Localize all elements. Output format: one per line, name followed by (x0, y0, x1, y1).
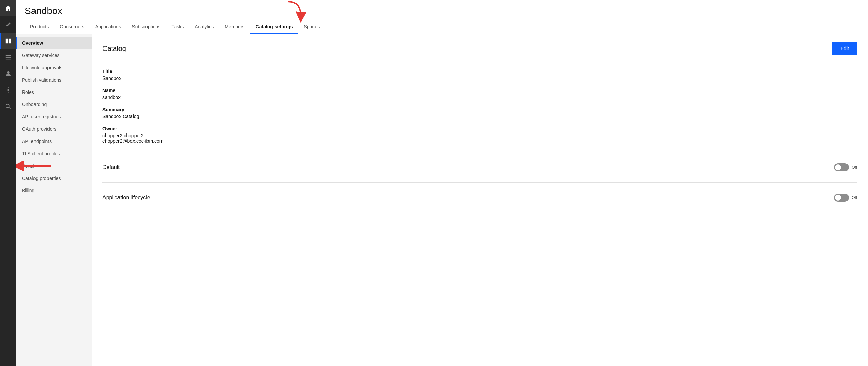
sidebar-icon-list[interactable] (0, 49, 16, 66)
tab-catalog-settings[interactable]: Catalog settings (250, 20, 298, 34)
left-nav-gateway-services[interactable]: Gateway services (16, 49, 92, 61)
field-name: Name sandbox (102, 88, 857, 100)
sidebar-icon-search[interactable] (0, 98, 16, 115)
toggle-app-lifecycle-right: Off (834, 194, 857, 202)
sidebar-icon-home[interactable] (0, 0, 16, 16)
tab-applications[interactable]: Applications (90, 20, 127, 34)
toggle-default-switch[interactable] (834, 163, 849, 171)
toggle-default-row: Default Off (102, 160, 857, 174)
toggle-default-right: Off (834, 163, 857, 171)
field-owner: Owner chopper2 chopper2chopper2@box.coc-… (102, 126, 857, 144)
svg-rect-5 (6, 57, 11, 58)
left-nav-tls-client-profiles[interactable]: TLS client profiles (16, 147, 92, 160)
svg-rect-1 (9, 39, 11, 41)
left-nav-oauth-providers[interactable]: OAuth providers (16, 123, 92, 135)
svg-rect-6 (6, 59, 11, 60)
svg-rect-3 (9, 41, 11, 43)
svg-rect-2 (6, 41, 8, 43)
left-nav-onboarding[interactable]: Onboarding (16, 98, 92, 111)
left-nav-api-endpoints[interactable]: API endpoints (16, 135, 92, 147)
svg-point-8 (7, 89, 9, 91)
nav-tabs: Products Consumers Applications Subscrip… (25, 20, 860, 34)
tab-products[interactable]: Products (25, 20, 54, 34)
page-title: Sandbox (25, 5, 860, 16)
toggle-app-lifecycle-switch[interactable] (834, 194, 849, 202)
field-owner-value: chopper2 chopper2chopper2@box.coc-ibm.co… (102, 133, 857, 144)
toggle-app-lifecycle-label: Application lifecycle (102, 195, 150, 201)
left-nav-api-user-registries[interactable]: API user registries (16, 111, 92, 123)
header: Sandbox Products Consumers Applications … (16, 0, 868, 34)
content-section-title: Catalog (102, 45, 126, 53)
field-summary: Summary Sandbox Catalog (102, 107, 857, 119)
svg-line-10 (9, 107, 11, 109)
content-divider (102, 60, 857, 60)
edit-button[interactable]: Edit (832, 42, 857, 55)
toggle-default-knob (835, 164, 841, 170)
toggle-default-label: Default (102, 164, 120, 170)
field-owner-label: Owner (102, 126, 857, 131)
svg-rect-0 (6, 39, 8, 41)
left-nav-billing[interactable]: Billing (16, 184, 92, 197)
field-title: Title Sandbox (102, 69, 857, 81)
sidebar (0, 0, 16, 366)
toggle-default-value: Off (852, 165, 857, 170)
left-nav-catalog-properties[interactable]: Catalog properties (16, 172, 92, 184)
toggle-app-lifecycle-knob (835, 195, 841, 201)
sidebar-icon-dashboard[interactable] (0, 33, 16, 49)
sidebar-icon-edit[interactable] (0, 16, 16, 33)
field-summary-label: Summary (102, 107, 857, 112)
sidebar-icon-settings[interactable] (0, 82, 16, 98)
left-nav-lifecycle-approvals[interactable]: Lifecycle approvals (16, 61, 92, 74)
left-nav-portal[interactable]: Portal (16, 160, 92, 172)
tab-subscriptions[interactable]: Subscriptions (126, 20, 166, 34)
field-title-value: Sandbox (102, 75, 857, 81)
field-name-label: Name (102, 88, 857, 93)
tab-spaces[interactable]: Spaces (298, 20, 325, 34)
section-separator-1 (102, 152, 857, 152)
left-nav-publish-validations[interactable]: Publish validations (16, 74, 92, 86)
field-title-label: Title (102, 69, 857, 74)
section-separator-2 (102, 182, 857, 183)
left-nav-overview[interactable]: Overview (16, 37, 92, 49)
content-header: Catalog Edit (102, 42, 857, 55)
left-nav: Overview Gateway services Lifecycle appr… (16, 34, 92, 366)
nav-wrapper: Products Consumers Applications Subscrip… (25, 20, 860, 34)
left-nav-roles[interactable]: Roles (16, 86, 92, 98)
body-layout: Overview Gateway services Lifecycle appr… (16, 34, 868, 366)
toggle-app-lifecycle-value: Off (852, 195, 857, 200)
sidebar-icon-user[interactable] (0, 66, 16, 82)
tab-tasks[interactable]: Tasks (166, 20, 189, 34)
svg-rect-4 (6, 55, 11, 56)
content-area: Catalog Edit Title Sandbox Name sandbox … (92, 34, 868, 366)
tab-consumers[interactable]: Consumers (54, 20, 90, 34)
main-wrapper: Sandbox Products Consumers Applications … (16, 0, 868, 366)
svg-point-7 (7, 71, 9, 74)
field-name-value: sandbox (102, 95, 857, 100)
tab-members[interactable]: Members (219, 20, 250, 34)
svg-point-9 (6, 104, 9, 108)
field-summary-value: Sandbox Catalog (102, 114, 857, 119)
toggle-app-lifecycle-row: Application lifecycle Off (102, 191, 857, 205)
tab-analytics[interactable]: Analytics (189, 20, 219, 34)
